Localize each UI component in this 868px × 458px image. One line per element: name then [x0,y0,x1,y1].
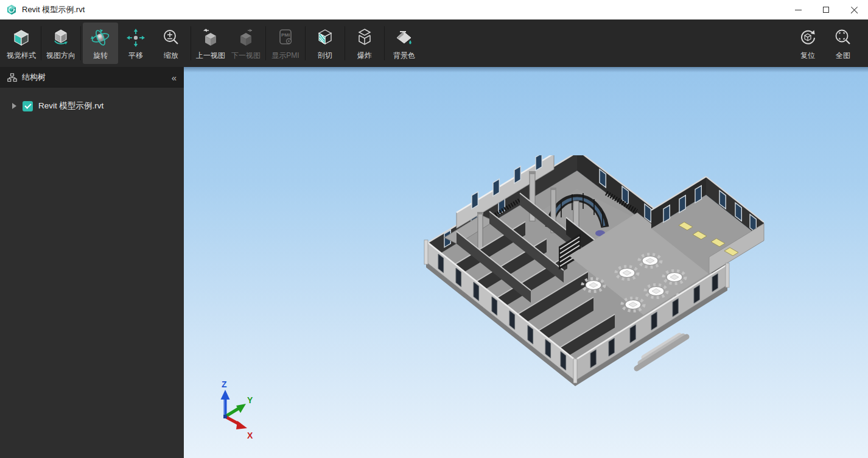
minimize-button[interactable] [784,0,812,19]
explode-label: 爆炸 [357,51,372,61]
expand-arrow-icon[interactable] [12,103,16,109]
reset-icon [798,27,817,49]
structure-tree-header: 结构树 « [0,67,184,88]
visual-style-cube-icon [12,27,31,49]
explode-cube-icon [355,27,374,49]
toolbar-separator [41,26,41,60]
axis-z-label: Z [222,379,227,389]
window-title: Revit 模型示例.rvt [22,4,85,15]
zoom-button[interactable]: 缩放 [153,23,189,64]
tree-item-root[interactable]: Revit 模型示例.rvt [12,99,184,113]
toolbar-separator [345,26,345,60]
pan-button[interactable]: 平移 [118,23,153,64]
app-logo-icon [6,4,17,15]
next-view-button[interactable]: 下一视图 [228,23,264,64]
background-color-button[interactable]: 背景色 [387,23,422,64]
toolbar-separator [191,26,191,60]
title-bar: Revit 模型示例.rvt [0,0,868,19]
view-direction-cube-icon [51,27,71,49]
toolbar-separator [384,26,385,60]
toolbar-separator [305,26,306,60]
building-model [420,155,779,393]
section-button[interactable]: 剖切 [307,23,343,64]
structure-tree-panel: 结构树 « Revit 模型示例.rvt [0,67,184,458]
fit-all-button[interactable]: 全图 [825,23,861,64]
minimize-icon [795,10,802,10]
rotate-button[interactable]: 旋转 [83,23,118,64]
prev-view-button[interactable]: 上一视图 [193,23,228,64]
show-pmi-label: 显示PMI [271,51,299,61]
window-controls [784,0,868,19]
rotate-label: 旋转 [93,51,108,61]
toolbar-right-group: 复位 全图 [790,23,861,64]
visibility-checkbox[interactable] [23,101,33,111]
reset-view-label: 复位 [800,51,815,61]
structure-tree-title: 结构树 [22,72,46,83]
tree-item-label: Revit 模型示例.rvt [38,100,103,111]
view-direction-label: 视图方向 [46,51,75,61]
fit-all-label: 全图 [836,51,850,61]
zoom-label: 缩放 [164,51,178,61]
tree-icon [7,73,17,82]
axis-x-label: X [247,431,253,440]
visual-style-label: 视觉样式 [7,51,36,61]
viewport-3d[interactable]: Z Y X [184,67,868,458]
structure-tree: Revit 模型示例.rvt [0,88,184,113]
pmi-badge-icon: PMI [276,27,295,49]
axis-triad: Z Y X [212,379,273,446]
maximize-icon [823,7,829,13]
reset-view-button[interactable]: 复位 [790,23,825,64]
view-direction-button[interactable]: 视图方向 [43,23,79,64]
pan-label: 平移 [128,51,143,61]
zoom-magnifier-icon [161,27,181,49]
toolbar-separator [265,26,266,60]
fit-all-icon [833,27,853,49]
pmi-icon-text: PMI [281,32,290,38]
section-cube-icon [315,27,335,49]
prev-view-cube-icon [200,27,221,49]
visual-style-button[interactable]: 视觉样式 [4,23,39,64]
axis-y-label: Y [247,395,253,405]
next-view-cube-icon [236,27,256,49]
close-icon [850,6,858,14]
background-color-label: 背景色 [393,51,415,61]
rotate-orbit-icon [90,27,111,49]
sidebar-collapse-button[interactable]: « [172,73,177,82]
pan-arrows-icon [126,27,145,49]
show-pmi-button[interactable]: PMI 显示PMI [268,23,303,64]
main-toolbar: 视觉样式 视图方向 旋转 [0,19,868,67]
close-button[interactable] [840,0,868,19]
next-view-label: 下一视图 [231,51,261,61]
section-label: 剖切 [318,51,332,61]
toolbar-separator [80,26,81,60]
maximize-button[interactable] [812,0,840,19]
paint-bucket-icon [394,27,415,49]
prev-view-label: 上一视图 [196,51,225,61]
explode-button[interactable]: 爆炸 [347,23,382,64]
